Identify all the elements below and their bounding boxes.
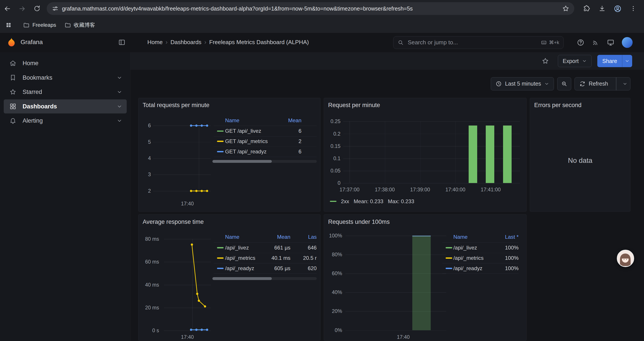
sidebar-item-home[interactable]: Home xyxy=(4,56,127,71)
legend-series-name[interactable]: GET /api/_metrics xyxy=(225,138,268,144)
legend-series-name[interactable]: /api/_metrics xyxy=(453,255,484,261)
search-input[interactable] xyxy=(407,39,538,46)
share-menu-chevron-icon[interactable] xyxy=(622,55,632,67)
panel-title[interactable]: Total requests per minute xyxy=(143,102,210,109)
h-gridline xyxy=(346,311,446,311)
chevron-down-icon[interactable] xyxy=(116,89,122,95)
y-axis-tick-label: 0.1 xyxy=(325,155,340,161)
v-gridline xyxy=(456,121,456,183)
forward-button[interactable] xyxy=(15,1,29,16)
bookmark-item-blog[interactable]: 收藏博客 xyxy=(64,22,95,29)
grafana-header: Grafana Home›Dashboards›Freeleaps Metric… xyxy=(0,33,644,53)
user-avatar[interactable] xyxy=(622,37,632,48)
breadcrumb-item[interactable]: Dashboards xyxy=(170,39,202,46)
back-button[interactable] xyxy=(0,1,15,16)
series-color-dash xyxy=(330,201,336,202)
bookmark-item-freeleaps[interactable]: Freeleaps xyxy=(23,22,56,28)
y-axis-tick-label: 5 xyxy=(140,139,151,145)
legend-series-name[interactable]: 2xx xyxy=(341,198,349,204)
bookmark-icon xyxy=(10,74,18,81)
refresh-interval-chevron-icon[interactable] xyxy=(620,81,630,86)
help-icon[interactable] xyxy=(577,39,584,47)
x-axis-tick-label: 17:40 xyxy=(181,334,194,340)
apps-grid-icon[interactable] xyxy=(2,18,15,33)
sidebar-item-alerting[interactable]: Alerting xyxy=(4,114,127,128)
chart-canvas xyxy=(138,98,320,212)
x-axis-tick-label: 17:39:00 xyxy=(410,187,430,193)
y-axis-tick-label: 60% xyxy=(325,270,342,276)
assistant-avatar[interactable] xyxy=(617,250,634,267)
url-bar[interactable]: grafana.mathmast.com/d/deytv4rwavabkb/fr… xyxy=(47,2,574,15)
y-axis-tick-label: 40 ms xyxy=(140,282,159,288)
refresh-button[interactable]: Refresh xyxy=(574,77,630,90)
apps-icon xyxy=(10,103,18,110)
legend-scrollbar-thumb[interactable] xyxy=(212,160,272,163)
grafana-logo-icon[interactable] xyxy=(6,37,17,48)
favorite-star-icon[interactable] xyxy=(542,57,549,65)
site-settings-icon[interactable] xyxy=(52,5,59,12)
bookmark-label: 收藏博客 xyxy=(74,22,95,29)
legend-series-name[interactable]: /api/_livez xyxy=(453,245,477,251)
x-axis-tick-label: 17:38:00 xyxy=(375,187,395,193)
profile-button[interactable] xyxy=(610,1,625,16)
y-axis-tick-label: 80 ms xyxy=(140,236,159,242)
chevron-down-icon[interactable] xyxy=(116,103,122,110)
y-axis-tick-label: 60 ms xyxy=(140,259,159,265)
zoom-out-button[interactable] xyxy=(557,77,571,90)
reload-button[interactable] xyxy=(30,1,44,16)
time-range-picker[interactable]: Last 5 minutes xyxy=(491,77,554,90)
header-actions xyxy=(577,33,632,52)
legend-series-name[interactable]: /api/_readyz xyxy=(453,265,482,271)
legend-header-name[interactable]: Name xyxy=(453,234,468,240)
legend-mean: Mean: 0.233 xyxy=(354,198,384,204)
browser-menu-button[interactable] xyxy=(626,1,641,16)
chevron-down-icon[interactable] xyxy=(116,118,122,124)
legend-cell-mean: 2 xyxy=(264,138,302,144)
legend-cell-last: 20.5 r xyxy=(280,255,317,261)
export-button[interactable]: Export xyxy=(558,55,592,67)
panel-title[interactable]: Errors per second xyxy=(534,102,582,109)
y-axis-tick-label: 0.05 xyxy=(325,168,340,174)
rss-icon[interactable] xyxy=(592,39,599,46)
h-gridline xyxy=(164,262,211,262)
breadcrumb-item[interactable]: Home xyxy=(147,39,163,46)
bookmark-star-icon[interactable] xyxy=(562,5,570,12)
legend-series-name[interactable]: GET /api/_livez xyxy=(225,128,261,134)
legend-cell-last: 620 xyxy=(280,265,317,271)
dock-menu-icon[interactable] xyxy=(118,39,126,46)
panel-title[interactable]: Average response time xyxy=(143,218,204,225)
panel-title[interactable]: Requests under 100ms xyxy=(328,218,390,225)
legend-series-name[interactable]: /api/_metrics xyxy=(225,255,255,261)
legend-series-name[interactable]: GET /api/_readyz xyxy=(225,149,266,155)
v-gridline xyxy=(385,121,385,183)
sidebar-item-bookmarks[interactable]: Bookmarks xyxy=(4,71,127,85)
row-separator xyxy=(442,273,518,274)
sidebar-item-starred[interactable]: Starred xyxy=(4,85,127,99)
extensions-icon[interactable] xyxy=(579,1,594,16)
sidebar-item-dashboards[interactable]: Dashboards xyxy=(4,99,127,113)
home-icon xyxy=(10,60,18,67)
browser-actions xyxy=(579,1,644,16)
legend-scrollbar-thumb[interactable] xyxy=(212,277,272,280)
downloads-button[interactable] xyxy=(595,1,609,16)
sidebar-item-label: Starred xyxy=(22,88,116,96)
search-box[interactable]: ⌘+k xyxy=(393,36,564,49)
legend-header-name[interactable]: Name xyxy=(225,234,239,240)
y-axis-tick-label: 4 xyxy=(140,155,151,161)
panel-title[interactable]: Request per minute xyxy=(328,102,380,109)
chart-bar xyxy=(503,126,512,183)
row-separator xyxy=(214,136,317,137)
legend-header-mean[interactable]: Mean xyxy=(264,117,302,124)
legend-series-name[interactable]: /api/_livez xyxy=(225,245,249,251)
legend-header-last[interactable]: Last * xyxy=(482,234,518,240)
share-button[interactable]: Share xyxy=(597,55,632,67)
chevron-down-icon[interactable] xyxy=(116,75,122,81)
series-color-dash xyxy=(217,257,224,259)
legend-header-name[interactable]: Name xyxy=(225,117,239,124)
monitor-icon[interactable] xyxy=(607,39,615,47)
legend-header-last[interactable]: Las xyxy=(280,234,317,240)
h-gridline xyxy=(346,330,446,331)
legend-series-name[interactable]: /api/_readyz xyxy=(225,265,254,271)
h-gridline xyxy=(164,285,211,285)
h-gridline xyxy=(164,308,211,308)
